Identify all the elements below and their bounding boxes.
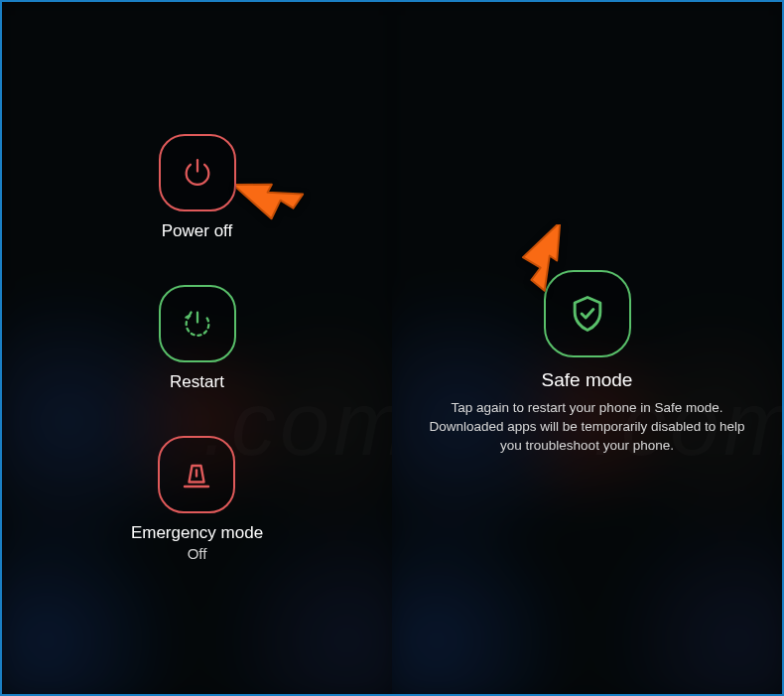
restart-icon [181,307,214,341]
emergency-icon [179,457,214,492]
power-icon [181,156,214,190]
restart-option[interactable]: Restart [159,285,236,392]
power-off-icon-frame [159,134,236,211]
power-off-label: Power off [162,221,233,241]
power-off-option[interactable]: Power off [159,134,236,241]
annotation-arrow [236,156,308,227]
emergency-label: Emergency mode [131,523,263,543]
safe-mode-option[interactable]: Safe mode Tap again to restart your phon… [429,270,746,456]
emergency-state: Off [188,545,207,562]
power-menu-panel: .com Power off Res [2,2,392,694]
emergency-icon-frame [158,436,235,513]
safe-mode-description: Tap again to restart your phone in Safe … [429,399,746,456]
restart-icon-frame [159,285,236,362]
restart-label: Restart [170,372,224,392]
shield-check-icon [566,292,609,336]
safe-mode-icon-frame [544,270,631,357]
emergency-mode-option[interactable]: Emergency mode Off [131,436,263,562]
safe-mode-panel: .com Safe mode Tap again to restart your… [392,2,782,694]
safe-mode-title: Safe mode [542,369,633,391]
